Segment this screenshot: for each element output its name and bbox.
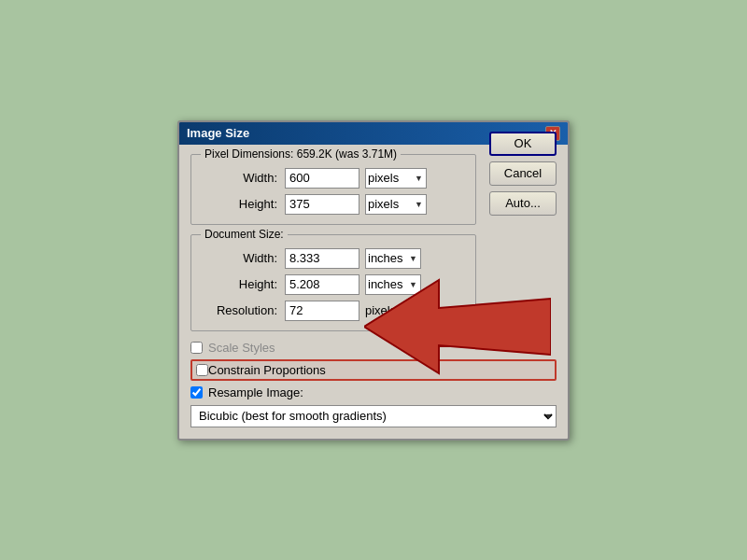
pixel-height-unit-select[interactable]: pixels percent	[365, 194, 427, 215]
resample-image-row: Resample Image:	[190, 385, 557, 399]
doc-width-label: Width:	[203, 251, 277, 265]
ok-button[interactable]: OK	[489, 132, 557, 156]
document-size-group: Document Size: Width: inches cm mm pixel…	[190, 234, 476, 331]
pixel-width-unit-wrapper: pixels percent	[365, 168, 427, 189]
pixel-height-input[interactable]	[285, 194, 359, 215]
resolution-input[interactable]	[285, 301, 359, 321]
resample-method-wrapper: Bicubic (best for smooth gradients)	[190, 405, 557, 427]
doc-height-input[interactable]	[285, 274, 359, 295]
pixel-dimensions-label: Pixel Dimensions: 659.2K (was 3.71M)	[201, 147, 401, 161]
document-size-label: Document Size:	[201, 228, 288, 241]
doc-height-row: Height: inches cm mm pixels	[203, 274, 464, 295]
pixel-width-row: Width: pixels percent	[203, 168, 464, 189]
resample-image-checkbox[interactable]	[190, 386, 203, 399]
outer-wrapper: Image Size ✕ Pixel Dimensions: 659.2K (w…	[177, 120, 570, 441]
buttons-column: OK Cancel Auto...	[489, 132, 557, 216]
resolution-label: Resolution:	[203, 303, 277, 317]
image-size-dialog: Image Size ✕ Pixel Dimensions: 659.2K (w…	[177, 120, 570, 441]
doc-height-unit-select[interactable]: inches cm mm pixels	[365, 274, 421, 295]
pixel-height-label: Height:	[203, 197, 277, 211]
scale-styles-label: Scale Styles	[208, 341, 275, 355]
resolution-row: Resolution: pixels/inch	[203, 301, 464, 321]
resolution-unit: pixels/inch	[365, 303, 422, 317]
doc-width-input[interactable]	[285, 248, 359, 269]
bottom-section: Scale Styles Constrain Proportions Resam…	[190, 341, 557, 427]
cancel-button[interactable]: Cancel	[489, 161, 557, 186]
doc-width-unit-wrapper: inches cm mm pixels	[365, 248, 421, 269]
pixel-dimensions-group: Pixel Dimensions: 659.2K (was 3.71M) Wid…	[190, 154, 476, 225]
constrain-proportions-label: Constrain Proportions	[208, 363, 326, 377]
doc-width-row: Width: inches cm mm pixels	[203, 248, 464, 269]
doc-height-unit-wrapper: inches cm mm pixels	[365, 274, 421, 295]
doc-width-unit-select[interactable]: inches cm mm pixels	[365, 248, 421, 269]
pixel-height-unit-wrapper: pixels percent	[365, 194, 427, 215]
constrain-proportions-row: Constrain Proportions	[190, 359, 557, 381]
pixel-width-input[interactable]	[285, 168, 359, 189]
pixel-height-row: Height: pixels percent	[203, 194, 464, 215]
dialog-title: Image Size	[187, 126, 249, 140]
doc-height-label: Height:	[203, 277, 277, 291]
resample-image-label: Resample Image:	[208, 385, 303, 399]
scale-styles-row: Scale Styles	[190, 341, 557, 355]
constrain-proportions-checkbox[interactable]	[196, 364, 208, 376]
dialog-body: Pixel Dimensions: 659.2K (was 3.71M) Wid…	[179, 145, 568, 439]
pixel-width-label: Width:	[203, 171, 277, 185]
resample-method-row: Bicubic (best for smooth gradients)	[190, 405, 557, 427]
pixel-width-unit-select[interactable]: pixels percent	[365, 168, 427, 189]
scale-styles-checkbox[interactable]	[190, 342, 203, 354]
auto-button[interactable]: Auto...	[489, 191, 557, 216]
resample-method-select[interactable]: Bicubic (best for smooth gradients)	[190, 405, 557, 427]
